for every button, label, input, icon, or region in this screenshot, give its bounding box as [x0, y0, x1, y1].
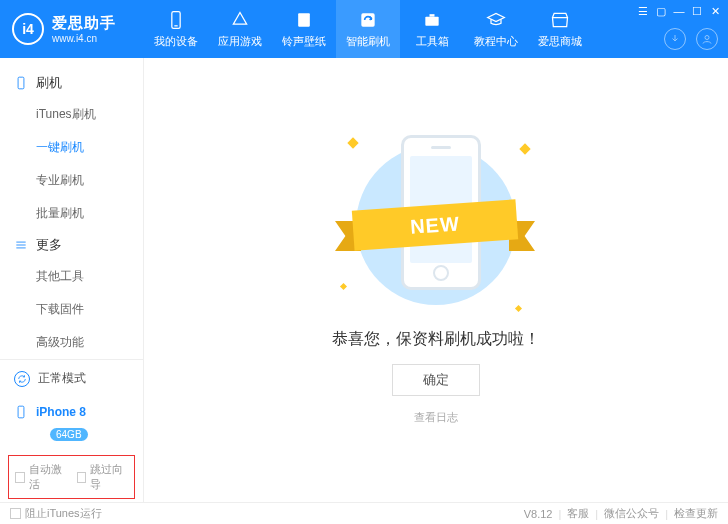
update-link[interactable]: 检查更新 [674, 506, 718, 521]
sidebar-item-itunes[interactable]: iTunes刷机 [0, 98, 143, 131]
sidebar-item-pro[interactable]: 专业刷机 [0, 164, 143, 197]
device-row[interactable]: iPhone 8 [0, 397, 143, 427]
logo-url: www.i4.cn [52, 33, 116, 44]
svg-rect-7 [18, 77, 24, 89]
logo-name: 爱思助手 [52, 14, 116, 33]
device-mode-row[interactable]: 正常模式 [0, 359, 143, 397]
svg-point-6 [705, 36, 709, 40]
download-icon[interactable] [664, 28, 686, 50]
apps-icon [230, 10, 250, 30]
toolbox-icon [422, 10, 442, 30]
sidebar-item-tools[interactable]: 其他工具 [0, 260, 143, 293]
nav-flash[interactable]: 智能刷机 [336, 0, 400, 58]
menu-icon[interactable]: ☰ [636, 4, 650, 18]
checkbox-label: 阻止iTunes运行 [25, 506, 102, 521]
svg-rect-11 [18, 406, 24, 418]
nav-device[interactable]: 我的设备 [144, 0, 208, 58]
refresh-icon [14, 371, 30, 387]
skin-icon[interactable]: ▢ [654, 4, 668, 18]
phone-icon [14, 405, 28, 419]
close-icon[interactable]: ✕ [708, 4, 722, 18]
checkbox-label: 自动激活 [29, 462, 67, 492]
version-label: V8.12 [524, 508, 553, 520]
minimize-icon[interactable]: — [672, 4, 686, 18]
svg-rect-5 [430, 14, 435, 17]
tutorial-icon [486, 10, 506, 30]
checkbox-icon [15, 472, 25, 483]
nav-store[interactable]: 爱思商城 [528, 0, 592, 58]
device-name: iPhone 8 [36, 405, 86, 419]
phone-icon [14, 76, 28, 90]
user-icon[interactable] [696, 28, 718, 50]
flash-icon [358, 10, 378, 30]
nav-toolbox[interactable]: 工具箱 [400, 0, 464, 58]
maximize-icon[interactable]: ☐ [690, 4, 704, 18]
support-link[interactable]: 客服 [567, 506, 589, 521]
nav-label: 应用游戏 [218, 34, 262, 49]
view-log-link[interactable]: 查看日志 [414, 410, 458, 425]
nav-ringtone[interactable]: 铃声壁纸 [272, 0, 336, 58]
device-storage-badge: 64GB [50, 428, 88, 441]
checkbox-skip-guide[interactable]: 跳过向导 [77, 462, 129, 492]
header-aux [664, 28, 718, 50]
top-nav: 我的设备 应用游戏 铃声壁纸 智能刷机 工具箱 教程中心 爱思商城 [144, 0, 592, 58]
window-controls: ☰ ▢ — ☐ ✕ [636, 4, 722, 18]
nav-label: 爱思商城 [538, 34, 582, 49]
nav-label: 智能刷机 [346, 34, 390, 49]
success-message: 恭喜您，保资料刷机成功啦！ [332, 329, 540, 350]
sidebar-group-title: 刷机 [36, 74, 62, 92]
phone-icon [166, 10, 186, 30]
ok-button[interactable]: 确定 [392, 364, 480, 396]
highlighted-options: 自动激活 跳过向导 [8, 455, 135, 499]
nav-apps[interactable]: 应用游戏 [208, 0, 272, 58]
nav-label: 工具箱 [416, 34, 449, 49]
checkbox-label: 跳过向导 [90, 462, 128, 492]
nav-label: 教程中心 [474, 34, 518, 49]
checkbox-icon [77, 472, 87, 483]
svg-rect-4 [425, 16, 438, 25]
store-icon [550, 10, 570, 30]
ribbon-text: NEW [352, 199, 518, 250]
sidebar-item-oneclick[interactable]: 一键刷机 [0, 131, 143, 164]
checkbox-icon [10, 508, 21, 519]
sidebar-item-batch[interactable]: 批量刷机 [0, 197, 143, 230]
sidebar: 刷机 iTunes刷机 一键刷机 专业刷机 批量刷机 更多 其他工具 下载固件 … [0, 58, 144, 502]
checkbox-block-itunes[interactable]: 阻止iTunes运行 [10, 506, 102, 521]
app-header: i4 爱思助手 www.i4.cn 我的设备 应用游戏 铃声壁纸 智能刷机 工具… [0, 0, 728, 58]
sidebar-group-title: 更多 [36, 236, 62, 254]
sidebar-group-flash: 刷机 [0, 68, 143, 98]
ringtone-icon [294, 10, 314, 30]
nav-label: 铃声壁纸 [282, 34, 326, 49]
status-bar: 阻止iTunes运行 V8.12 | 客服 | 微信公众号 | 检查更新 [0, 502, 728, 524]
svg-rect-2 [298, 13, 310, 26]
svg-rect-3 [361, 13, 374, 26]
main-panel: NEW 恭喜您，保资料刷机成功啦！ 确定 查看日志 [144, 58, 728, 502]
device-mode-label: 正常模式 [38, 370, 86, 387]
success-illustration: NEW [331, 135, 541, 315]
wechat-link[interactable]: 微信公众号 [604, 506, 659, 521]
logo-mark: i4 [12, 13, 44, 45]
logo: i4 爱思助手 www.i4.cn [0, 13, 144, 45]
sidebar-item-firmware[interactable]: 下载固件 [0, 293, 143, 326]
more-icon [14, 238, 28, 252]
sidebar-group-more: 更多 [0, 230, 143, 260]
nav-tutorial[interactable]: 教程中心 [464, 0, 528, 58]
nav-label: 我的设备 [154, 34, 198, 49]
sidebar-item-advanced[interactable]: 高级功能 [0, 326, 143, 359]
checkbox-auto-activate[interactable]: 自动激活 [15, 462, 67, 492]
